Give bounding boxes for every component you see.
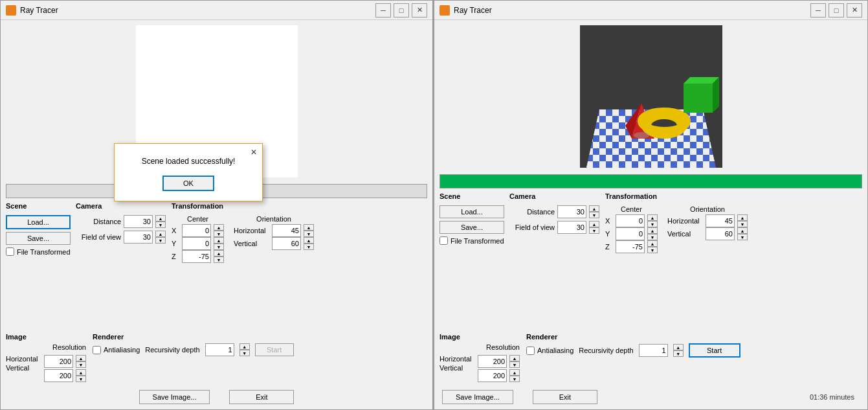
right-x-input[interactable]	[616, 214, 645, 227]
right-z-row: Z ▲ ▼	[605, 240, 658, 253]
right-y-up[interactable]: ▲	[647, 227, 658, 234]
right-x-up[interactable]: ▲	[647, 214, 658, 221]
right-vert-down[interactable]: ▼	[737, 234, 748, 240]
right-bottom-buttons: Save Image... Exit	[442, 390, 597, 404]
right-maximize-btn[interactable]: □	[829, 3, 844, 17]
right-renderer-label: Renderer	[526, 333, 862, 341]
right-antialiasing-checkbox[interactable]	[526, 347, 535, 355]
right-file-transformed-label[interactable]: File Transformed	[440, 236, 504, 245]
right-recursivity-up[interactable]: ▲	[673, 344, 684, 350]
right-orientation-col: Orientation Horizontal ▲ ▼ Vertical	[667, 205, 748, 253]
right-image-labels: Horizontal Vertical	[440, 343, 475, 372]
right-horiz-input[interactable]	[706, 214, 735, 227]
right-time-label: 01:36 minutes	[810, 393, 860, 401]
right-load-btn[interactable]: Load...	[440, 205, 504, 218]
right-fov-up[interactable]: ▲	[589, 221, 599, 227]
right-window: Ray Tracer ─ □ ✕	[434, 0, 868, 410]
left-window: Ray Tracer ─ □ ✕ Scene Load... Save... F…	[0, 0, 434, 410]
right-img-vert-up[interactable]: ▲	[509, 369, 520, 376]
right-fov-row: Field of view ▲ ▼	[509, 221, 600, 234]
right-img-horiz-spinner: ▲ ▼	[509, 355, 520, 368]
right-scene-label: Scene	[440, 192, 504, 200]
right-z-label: Z	[605, 243, 613, 251]
right-distance-spinner: ▲ ▼	[589, 205, 599, 218]
right-x-down[interactable]: ▼	[647, 221, 658, 227]
left-dialog-close-btn[interactable]: ✕	[248, 146, 260, 158]
right-vert-row: Vertical ▲ ▼	[667, 227, 748, 240]
right-recursivity-spinner: ▲ ▼	[673, 344, 684, 357]
reflection	[634, 132, 649, 139]
right-fov-down[interactable]: ▼	[589, 227, 599, 234]
right-image-area	[434, 20, 867, 173]
right-orientation-label: Orientation	[667, 205, 748, 213]
right-minimize-btn[interactable]: ─	[810, 3, 826, 17]
right-camera-label: Camera	[509, 192, 600, 200]
right-y-down[interactable]: ▼	[647, 234, 658, 240]
right-vert-up[interactable]: ▲	[737, 227, 748, 234]
right-img-horiz-down[interactable]: ▼	[509, 361, 520, 368]
right-image-label: Image	[440, 333, 520, 341]
right-fov-spinner: ▲ ▼	[589, 221, 599, 234]
rendered-scene-svg	[580, 25, 722, 168]
right-camera-group: Camera Distance ▲ ▼ Field of view ▲ ▼	[509, 192, 600, 330]
right-img-horiz-input-row: ▲ ▼	[478, 355, 520, 368]
right-x-row: X ▲ ▼	[605, 214, 658, 227]
right-x-spinner: ▲ ▼	[647, 214, 658, 227]
right-horiz-label: Horizontal	[667, 217, 703, 225]
right-horiz-row: Horizontal ▲ ▼	[667, 214, 748, 227]
right-z-input[interactable]	[616, 240, 645, 253]
right-center-col: Center X ▲ ▼ Y ▲ ▼	[605, 205, 658, 253]
right-center-label: Center	[605, 205, 658, 213]
right-transform-group: Transformation Center X ▲ ▼ Y	[605, 192, 748, 330]
right-save-btn[interactable]: Save...	[440, 221, 504, 234]
right-vert-input[interactable]	[706, 227, 735, 240]
right-y-spinner: ▲ ▼	[647, 227, 658, 240]
right-renderer-row: Antialiasing Recursivity depth ▲ ▼ Start	[526, 343, 862, 358]
right-file-transformed-checkbox[interactable]	[440, 236, 448, 245]
right-antialiasing-label[interactable]: Antialiasing	[526, 347, 573, 355]
right-save-image-btn[interactable]: Save Image...	[442, 390, 513, 404]
right-img-vert-input[interactable]	[478, 369, 507, 382]
right-distance-up[interactable]: ▲	[589, 205, 599, 212]
right-img-horiz-input[interactable]	[478, 355, 507, 368]
right-title-bar: Ray Tracer ─ □ ✕	[434, 1, 867, 20]
right-y-label: Y	[605, 230, 613, 238]
right-exit-btn[interactable]: Exit	[533, 390, 597, 404]
right-distance-row: Distance ▲ ▼	[509, 205, 600, 218]
right-vert-spinner: ▲ ▼	[737, 227, 748, 240]
right-distance-label: Distance	[509, 208, 555, 216]
right-scene-group: Scene Load... Save... File Transformed	[440, 192, 504, 330]
right-img-horiz-row: Horizontal	[440, 355, 475, 363]
right-res-label: Resolution	[478, 343, 520, 355]
right-distance-down[interactable]: ▼	[589, 212, 599, 218]
right-img-vert-down[interactable]: ▼	[509, 376, 520, 382]
right-z-up[interactable]: ▲	[647, 240, 658, 247]
right-progress-bar-container	[440, 174, 862, 188]
right-img-vert-label: Vertical	[440, 364, 475, 372]
right-progress-bar-fill	[440, 175, 862, 188]
right-start-btn[interactable]: Start	[689, 343, 740, 358]
right-z-down[interactable]: ▼	[647, 247, 658, 253]
right-horiz-spinner: ▲ ▼	[737, 214, 748, 227]
right-y-row: Y ▲ ▼	[605, 227, 658, 240]
right-window-title: Ray Tracer	[454, 6, 810, 15]
left-dialog-overlay: ✕ Scene loaded successfully! OK	[1, 1, 432, 409]
right-close-btn[interactable]: ✕	[847, 3, 862, 17]
right-img-vert-input-row: ▲ ▼	[478, 369, 520, 382]
right-distance-input[interactable]	[557, 205, 586, 218]
right-z-spinner: ▲ ▼	[647, 240, 658, 253]
right-y-input[interactable]	[616, 227, 645, 240]
right-horiz-down[interactable]: ▼	[737, 221, 748, 227]
left-dialog-box: ✕ Scene loaded successfully! OK	[114, 143, 263, 201]
right-recursivity-input[interactable]	[639, 344, 668, 357]
left-dialog-ok-btn[interactable]: OK	[162, 176, 214, 191]
right-img-vert-spinner: ▲ ▼	[509, 369, 520, 382]
right-recursivity-down[interactable]: ▼	[673, 350, 684, 357]
right-main-controls: Scene Load... Save... File Transformed C…	[434, 190, 867, 333]
right-vert-label: Vertical	[667, 230, 703, 238]
right-image-renderer-row: Image Horizontal Vertical Resolution	[434, 333, 867, 385]
right-fov-input[interactable]	[557, 221, 586, 234]
green-cube-front	[684, 84, 713, 113]
right-horiz-up[interactable]: ▲	[737, 214, 748, 221]
right-img-horiz-up[interactable]: ▲	[509, 355, 520, 361]
